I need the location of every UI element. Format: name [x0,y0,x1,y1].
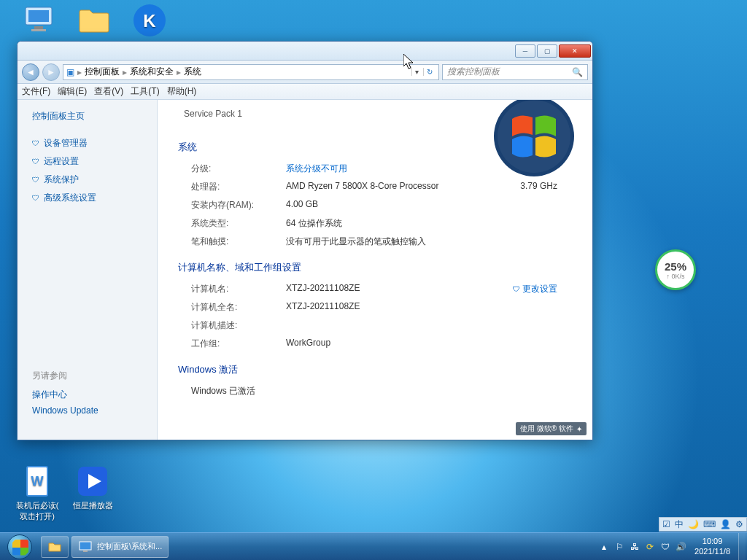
desktop-icon-folder[interactable] [69,3,120,39]
menu-bar: 文件(F) 编辑(E) 查看(V) 工具(T) 帮助(H) [18,84,592,100]
widget-speed: ↑ 0K/s [666,273,684,280]
control-panel-window: ─ ▢ ✕ ◄ ► ▣ ▸ 控制面板 ▸ 系统和安全 ▸ 系统 ▾ ↻ 搜索控制… [17,41,593,440]
monitor-icon [78,540,93,554]
ime-checkbox-icon[interactable]: ☑ [662,519,670,529]
svg-rect-13 [83,551,88,552]
tray-network-icon[interactable]: 🖧 [629,541,640,553]
sidebar-task-remote[interactable]: 远程设置 [32,152,142,171]
dropdown-icon[interactable]: ▾ [411,68,422,76]
tray-sync-icon[interactable]: ⟳ [644,541,656,553]
desktop-icon-label: 装机后必读( 双击打开) [16,501,59,521]
monitor-icon [21,3,56,38]
row-workgroup: 工作组: WorkGroup [178,335,572,353]
breadcrumb-seg[interactable]: 系统和安全 [130,66,174,78]
row-full-name: 计算机全名: XTZJ-20211108ZE [178,298,572,316]
row-ram: 安装内存(RAM): 4.00 GB [178,196,572,214]
sidebar-task-protection[interactable]: 系统保护 [32,171,142,189]
ime-keyboard-icon[interactable]: ⌨ [703,519,716,529]
sidebar-task-advanced[interactable]: 高级系统设置 [32,189,142,207]
change-settings-link[interactable]: 更改设置 [513,283,557,295]
tray-clock[interactable]: 10:09 2021/11/8 [690,537,735,556]
tray-volume-icon[interactable]: 🔊 [675,541,686,553]
menu-tools[interactable]: 工具(T) [131,85,159,98]
menu-view[interactable]: 查看(V) [94,85,123,98]
tray-shield-icon[interactable]: 🛡 [659,541,671,553]
windows-logo-icon [490,100,578,180]
row-pen-touch: 笔和触摸: 没有可用于此显示器的笔或触控输入 [178,233,572,251]
svg-rect-1 [28,10,49,22]
language-bar[interactable]: ☑ 中 🌙 ⌨ 👤 ⚙ [659,517,747,532]
sidebar-seealso: 另请参阅 操作中心 Windows Update [32,370,98,418]
sidebar-home-link[interactable]: 控制面板主页 [32,110,142,122]
row-system-type: 系统类型: 64 位操作系统 [178,214,572,233]
folder-icon [77,3,112,38]
breadcrumb-seg[interactable]: 系统 [184,66,201,78]
menu-edit[interactable]: 编辑(E) [58,85,87,98]
network-speed-widget[interactable]: 25% ↑ 0K/s [655,249,696,290]
play-icon [75,464,110,499]
desktop-icon-label: 恒星播放器 [73,501,113,510]
row-computer-name: 计算机名: XTZJ-20211108ZE 更改设置 [178,280,572,298]
breadcrumb[interactable]: ▣ ▸ 控制面板 ▸ 系统和安全 ▸ 系统 ▾ ↻ [63,64,439,80]
search-input[interactable]: 搜索控制面板 🔍 [442,64,588,80]
clock-time: 10:09 [694,537,730,546]
show-desktop-button[interactable] [738,533,746,561]
menu-help[interactable]: 帮助(H) [167,85,197,98]
rating-link[interactable]: 系统分级不可用 [286,163,347,175]
desktop-icon-readme[interactable]: W 装机后必读( 双击打开) [9,464,66,522]
desktop-icon-k-app[interactable]: K [124,3,175,39]
row-processor: 处理器: AMD Ryzen 7 5800X 8-Core Processor … [178,178,572,196]
svg-rect-3 [31,29,46,31]
row-description: 计算机描述: [178,316,572,335]
tray-flag-icon[interactable]: ⚐ [614,541,625,553]
system-tray: ▴ ⚐ 🖧 ⟳ 🛡 🔊 10:09 2021/11/8 [597,533,747,560]
breadcrumb-seg[interactable]: 控制面板 [85,66,120,78]
svg-rect-2 [34,26,43,29]
start-button[interactable] [0,533,39,561]
forward-button[interactable]: ► [42,63,60,81]
svg-rect-12 [80,542,91,550]
desktop-icon-computer[interactable] [13,3,64,39]
taskbar: 控制面板\系统和... ▴ ⚐ 🖧 ⟳ 🛡 🔊 10:09 2021/11/8 [0,532,747,560]
taskbar-task-control-panel[interactable]: 控制面板\系统和... [71,536,169,558]
widget-percent: 25% [665,260,686,273]
address-bar: ◄ ► ▣ ▸ 控制面板 ▸ 系统和安全 ▸ 系统 ▾ ↻ 搜索控制面板 🔍 [18,61,592,84]
genuine-badge: 使用 微软® 软件✦ [516,422,587,435]
seealso-header: 另请参阅 [32,370,98,382]
ime-settings-icon[interactable]: ⚙ [735,519,743,529]
ime-language[interactable]: 中 [675,518,684,531]
svg-text:W: W [31,474,44,489]
refresh-icon[interactable]: ↻ [423,68,436,76]
folder-icon [47,540,62,554]
control-panel-icon: ▣ [66,67,74,77]
search-placeholder: 搜索控制面板 [447,66,500,78]
document-icon: W [20,464,55,499]
windows-orb-icon [7,534,32,559]
tray-show-hidden-icon[interactable]: ▴ [598,541,610,553]
minimize-button[interactable]: ─ [515,44,535,58]
taskbar-task-label: 控制面板\系统和... [97,541,162,552]
section-activation: Windows 激活 [178,363,572,376]
ime-person-icon[interactable]: 👤 [720,519,731,529]
clock-date: 2021/11/8 [694,547,730,556]
ime-moon-icon[interactable]: 🌙 [688,519,699,529]
seealso-windows-update[interactable]: Windows Update [32,403,98,418]
back-button[interactable]: ◄ [22,63,39,81]
svg-text:K: K [143,11,156,31]
maximize-button[interactable]: ▢ [537,44,557,58]
k-app-icon: K [132,3,167,38]
taskbar-pinned-explorer[interactable] [41,536,69,558]
close-button[interactable]: ✕ [559,44,591,58]
section-computer-name: 计算机名称、域和工作组设置 [178,261,572,274]
desktop-icon-player[interactable]: 恒星播放器 [67,464,118,511]
sidebar: 控制面板主页 设备管理器 远程设置 系统保护 高级系统设置 另请参阅 操作中心 … [18,100,158,440]
search-icon: 🔍 [572,67,583,77]
svg-point-11 [498,100,570,173]
titlebar[interactable]: ─ ▢ ✕ [18,42,592,61]
seealso-action-center[interactable]: 操作中心 [32,386,98,403]
sidebar-task-device-manager[interactable]: 设备管理器 [32,134,142,152]
row-activated: Windows 已激活 [178,382,572,400]
content-pane: Service Pack 1 系统 分级: 系统分级不可用 处理器: AMD R… [158,100,592,440]
menu-file[interactable]: 文件(F) [22,85,50,98]
